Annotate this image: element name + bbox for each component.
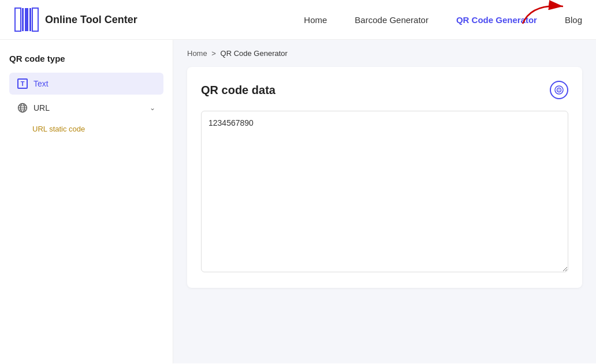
sidebar-item-url[interactable]: URL ⌄	[9, 97, 163, 119]
qr-card-title: QR code data	[201, 84, 275, 97]
chevron-down-icon: ⌄	[150, 104, 155, 112]
main-content-area: QR code data	[173, 67, 596, 302]
qr-card-header: QR code data	[201, 81, 568, 99]
target-icon	[554, 85, 564, 95]
breadcrumb-separator: >	[211, 49, 216, 58]
text-type-icon: T	[17, 78, 28, 89]
svg-point-13	[558, 89, 560, 91]
sidebar-item-text-label: Text	[33, 79, 49, 88]
main-nav: Home Barcode Generator QR Code Generator…	[304, 15, 582, 25]
breadcrumb: Home > QR Code Generator	[173, 40, 596, 67]
qr-data-textarea[interactable]	[201, 111, 568, 272]
svg-rect-3	[29, 8, 31, 31]
sidebar-item-text[interactable]: T Text	[9, 73, 163, 95]
url-static-link[interactable]: URL static code	[9, 121, 163, 137]
sidebar-title: QR code type	[9, 54, 163, 63]
nav-blog[interactable]: Blog	[565, 15, 582, 25]
main-content: Home > QR Code Generator QR code data	[173, 40, 596, 363]
nav-barcode-generator[interactable]: Barcode Generator	[355, 15, 429, 25]
header: Online Tool Center Home Barcode Generato…	[0, 0, 596, 40]
globe-icon	[17, 103, 28, 113]
svg-rect-4	[32, 8, 38, 31]
svg-rect-1	[22, 8, 24, 31]
page-layout: QR code type T Text URL ⌄ URL static cod…	[0, 40, 596, 363]
logo-icon	[14, 7, 39, 32]
qr-code-card: QR code data	[187, 67, 582, 288]
qr-settings-button[interactable]	[550, 81, 568, 99]
sidebar-item-url-label: URL	[33, 103, 50, 112]
logo-text: Online Tool Center	[45, 14, 137, 26]
breadcrumb-current: QR Code Generator	[221, 49, 288, 58]
nav-qr-generator[interactable]: QR Code Generator	[456, 15, 537, 25]
svg-rect-2	[25, 8, 28, 31]
nav-home[interactable]: Home	[304, 15, 327, 25]
logo-area: Online Tool Center	[14, 7, 137, 32]
nav-qr-generator-container: QR Code Generator	[456, 15, 537, 25]
breadcrumb-home[interactable]: Home	[187, 49, 207, 58]
sidebar: QR code type T Text URL ⌄ URL static cod…	[0, 40, 173, 363]
svg-rect-0	[15, 8, 21, 31]
